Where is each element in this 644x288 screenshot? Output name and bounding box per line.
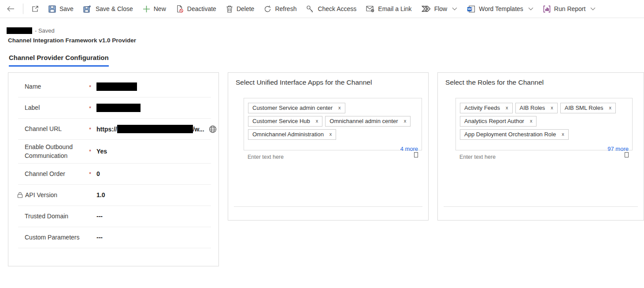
field-label: Channel URL (25, 124, 89, 133)
tag-remove-icon[interactable]: x (562, 132, 564, 137)
toolbar-flow-label: Flow (434, 5, 448, 12)
form-row: Enable Outbound Communication*Yes (18, 140, 211, 164)
apps-panel-title: Select Unified Interface Apps for the Ch… (236, 79, 428, 86)
toolbar-email-a-link-button[interactable]: Email a Link (361, 0, 416, 18)
tag-label: Omnichannel Administration (252, 131, 324, 138)
tag-chip: Customer Service Hubx (248, 116, 322, 127)
toolbar-save-and-close-button[interactable]: Save & Close (78, 0, 138, 18)
roles-missing-glyph-icon (625, 152, 629, 157)
tab-strip: Channel Provider Configuration (9, 54, 644, 67)
toolbar-run-report-label: Run Report (554, 5, 586, 12)
roles-input-placeholder[interactable]: Enter text here (459, 154, 496, 161)
tag-chip: Omnichannel Administrationx (248, 129, 336, 140)
roles-tag-input[interactable]: Activity FeedsxAIB RolesxAIB SML RolesxA… (455, 98, 633, 150)
toolbar-email-a-link-label: Email a Link (378, 5, 411, 12)
tag-remove-icon[interactable]: x (338, 105, 341, 110)
roles-more-link[interactable]: 97 more (607, 146, 629, 152)
required-asterisk: * (89, 105, 96, 112)
roles-panel-divider (444, 206, 638, 207)
field-value-text: --- (96, 213, 103, 220)
trash-icon (226, 5, 233, 13)
field-value-text: 1.0 (96, 191, 105, 198)
url-prefix: https:// (96, 126, 117, 133)
tag-label: Omnichannel admin center (329, 118, 398, 124)
lock-icon (17, 192, 23, 198)
field-value[interactable]: 0 (96, 170, 211, 177)
field-value-text: 0 (96, 170, 100, 177)
form-row: Channel Order*0 (18, 164, 211, 185)
popout-icon (31, 5, 39, 13)
toolbar-refresh-button[interactable]: Refresh (259, 0, 301, 18)
tag-remove-icon[interactable]: x (609, 105, 612, 110)
chevron-down-icon (590, 7, 596, 11)
required-asterisk: * (89, 170, 96, 177)
field-label-text: API Version (25, 191, 57, 199)
tag-label: AIB SML Roles (565, 105, 603, 111)
form-row: Trusted Domain--- (18, 206, 211, 227)
roles-panel: Select the Roles for the Channel Activit… (437, 72, 644, 221)
apps-more-link[interactable]: 4 more (400, 146, 418, 152)
toolbar-new-button[interactable]: New (138, 0, 171, 18)
toolbar-flow-button[interactable]: Flow (417, 0, 463, 18)
tab-channel-provider-configuration[interactable]: Channel Provider Configuration (9, 54, 109, 67)
flow-icon (422, 5, 431, 12)
tag-chip: Activity Feedsx (460, 103, 512, 113)
entity-type-label: Channel Integration Framework v1.0 Provi… (8, 37, 644, 44)
toolbar-separator (23, 4, 23, 14)
chevron-down-icon (528, 7, 533, 11)
required-asterisk (89, 216, 96, 217)
plus-icon (143, 5, 150, 13)
field-value-text: Yes (96, 148, 107, 155)
globe-icon[interactable] (209, 125, 217, 133)
tag-chip: App Deployment Orchestration Rolex (460, 129, 569, 140)
chevron-down-icon (452, 7, 457, 11)
required-asterisk (89, 195, 96, 195)
tag-remove-icon[interactable]: x (329, 132, 332, 137)
toolbar-back-button[interactable] (2, 0, 20, 18)
form-row: Channel URL*https:///w... (18, 119, 211, 140)
toolbar-delete-button[interactable]: Delete (221, 0, 259, 18)
toolbar-word-templates-button[interactable]: WWord Templates (462, 0, 538, 18)
form-row: API Version1.0 (18, 185, 211, 206)
tag-remove-icon[interactable]: x (316, 119, 318, 123)
record-name-redacted (7, 27, 32, 34)
field-value[interactable]: https:///w... (96, 125, 217, 133)
roles-more-row: 97 more (459, 145, 629, 152)
apps-input-placeholder[interactable]: Enter text here (248, 154, 284, 161)
refresh-icon (264, 5, 271, 13)
channel-provider-form-panel: Name*Label*Channel URL*https:///w...Enab… (8, 72, 219, 266)
roles-panel-title: Select the Roles for the Channel (445, 79, 644, 86)
required-asterisk: * (89, 83, 96, 90)
tag-remove-icon[interactable]: x (404, 119, 407, 123)
apps-tag-input[interactable]: Customer Service admin centerxCustomer S… (244, 98, 422, 150)
toolbar-check-access-label: Check Access (318, 5, 356, 12)
toolbar-refresh-label: Refresh (275, 5, 296, 12)
toolbar-save-button[interactable]: Save (44, 0, 78, 18)
toolbar-run-report-button[interactable]: Run Report (538, 0, 601, 18)
email-icon (366, 5, 374, 12)
tag-chip: Omnichannel admin centerx (325, 116, 411, 127)
roles-input-row: Enter text here (459, 152, 629, 161)
toolbar-deactivate-label: Deactivate (187, 5, 216, 12)
field-label-text: Channel URL (25, 124, 62, 133)
required-asterisk: * (89, 126, 96, 133)
field-value[interactable] (96, 104, 211, 112)
roles-tag-list: Activity FeedsxAIB RolesxAIB SML RolesxA… (459, 101, 629, 141)
tag-chip: Analytics Report Authorx (460, 116, 537, 127)
toolbar-popout-button[interactable] (26, 0, 44, 18)
tag-label: Analytics Report Author (464, 118, 524, 124)
field-value[interactable] (96, 82, 211, 91)
field-value[interactable]: --- (96, 213, 211, 220)
field-value[interactable]: Yes (96, 148, 211, 155)
report-icon (543, 5, 551, 13)
tag-remove-icon[interactable]: x (530, 119, 533, 123)
tag-remove-icon[interactable]: x (506, 105, 508, 110)
key-icon (306, 5, 314, 13)
field-value[interactable]: 1.0 (96, 191, 211, 198)
toolbar-deactivate-button[interactable]: Deactivate (171, 0, 221, 18)
tag-label: Activity Feeds (464, 105, 500, 111)
record-header: - Saved Channel Integration Framework v1… (7, 27, 644, 44)
field-value[interactable]: --- (96, 234, 211, 241)
tag-remove-icon[interactable]: x (551, 105, 553, 110)
toolbar-check-access-button[interactable]: Check Access (301, 0, 361, 18)
